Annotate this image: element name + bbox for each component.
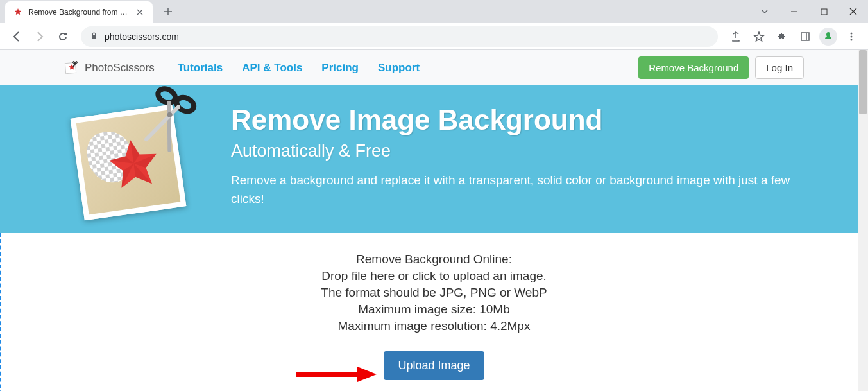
reload-button[interactable] [53, 26, 73, 47]
sidepanel-icon[interactable] [795, 26, 815, 47]
svg-point-3 [851, 35, 853, 37]
svg-rect-0 [821, 9, 827, 15]
upload-image-button[interactable]: Upload Image [384, 351, 484, 380]
brand-icon [64, 60, 80, 76]
upload-dropzone[interactable]: Remove Background Online: Drop file here… [0, 233, 868, 391]
browser-chrome: Remove Background from Ima [0, 0, 868, 50]
page-content: PhotoScissors Tutorials API & Tools Pric… [0, 50, 868, 391]
svg-point-6 [73, 61, 75, 63]
brand[interactable]: PhotoScissors [64, 60, 155, 76]
tab-title: Remove Background from Ima [28, 8, 130, 17]
remove-background-button[interactable]: Remove Background [638, 56, 749, 79]
chevron-down-icon[interactable] [750, 0, 779, 23]
hero-illustration [64, 92, 205, 220]
svg-point-9 [174, 95, 196, 114]
lock-icon [90, 31, 98, 42]
profile-avatar[interactable] [818, 26, 838, 47]
upload-format: The format should be JPG, PNG or WebP [14, 286, 854, 300]
extensions-icon[interactable] [772, 26, 792, 47]
nav-support[interactable]: Support [378, 62, 420, 74]
upload-title: Remove Background Online: [14, 252, 854, 266]
hero-description: Remove a background and replace it with … [231, 171, 804, 208]
close-window-button[interactable] [838, 0, 868, 23]
scrollbar[interactable] [858, 50, 868, 391]
svg-point-4 [851, 39, 853, 40]
upload-instruction: Drop file here or click to upload an ima… [14, 269, 854, 283]
arrow-annotation-icon [293, 365, 377, 384]
svg-rect-1 [801, 33, 809, 40]
new-tab-button[interactable] [159, 3, 177, 21]
svg-marker-12 [357, 367, 377, 382]
tab-bar: Remove Background from Ima [0, 0, 868, 23]
nav-pricing[interactable]: Pricing [321, 62, 359, 74]
hero-subtitle: Automatically & Free [231, 141, 804, 161]
nav-api-tools[interactable]: API & Tools [242, 62, 302, 74]
minimize-button[interactable] [779, 0, 809, 23]
browser-toolbar: photoscissors.com [0, 23, 868, 50]
share-icon[interactable] [726, 26, 746, 47]
nav-links: Tutorials API & Tools Pricing Support [178, 62, 420, 74]
scrollbar-thumb[interactable] [859, 50, 867, 114]
browser-tab[interactable]: Remove Background from Ima [5, 1, 153, 23]
window-controls [750, 0, 868, 23]
site-header: PhotoScissors Tutorials API & Tools Pric… [0, 50, 868, 85]
address-bar[interactable]: photoscissors.com [81, 26, 718, 47]
maximize-button[interactable] [809, 0, 838, 23]
close-icon[interactable] [135, 7, 145, 17]
hero-title: Remove Image Background [231, 104, 804, 136]
nav-tutorials[interactable]: Tutorials [178, 62, 223, 74]
brand-name: PhotoScissors [85, 62, 155, 74]
menu-icon[interactable] [841, 26, 862, 47]
login-button[interactable]: Log In [755, 56, 804, 79]
bookmark-icon[interactable] [749, 26, 769, 47]
favicon [13, 7, 23, 17]
upload-max-size: Maximum image size: 10Mb [14, 302, 854, 317]
back-button[interactable] [6, 26, 27, 47]
hero-section: Remove Image Background Automatically & … [0, 85, 868, 233]
upload-max-res: Maximum image resolution: 4.2Mpx [14, 319, 854, 333]
svg-point-2 [851, 32, 853, 34]
url-text: photoscissors.com [105, 31, 179, 42]
forward-button [30, 26, 50, 47]
